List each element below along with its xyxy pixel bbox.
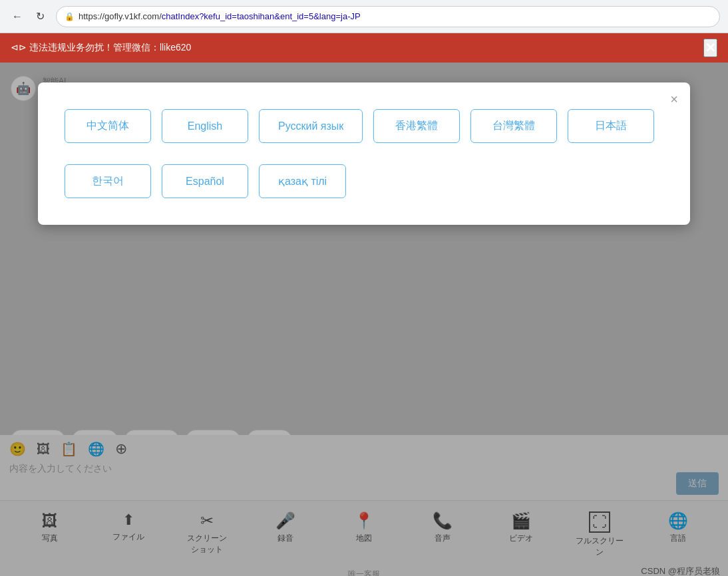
address-bar[interactable]: 🔒 https://gofly.v1kf.com/chatIndex?kefu_… bbox=[56, 6, 720, 27]
browser-chrome: ← ↻ 🔒 https://gofly.v1kf.com/chatIndex?k… bbox=[0, 0, 728, 33]
warning-close-button[interactable]: ✕ bbox=[703, 39, 717, 57]
lang-zh-cn[interactable]: 中文简体 bbox=[65, 109, 151, 143]
modal-close-button[interactable]: × bbox=[670, 92, 678, 107]
reload-button[interactable]: ↻ bbox=[31, 7, 49, 26]
lang-zh-tw[interactable]: 台灣繁體 bbox=[470, 109, 557, 143]
lang-ko[interactable]: 한국어 bbox=[65, 164, 151, 198]
modal-overlay: × 中文简体 English Русский язык 香港繁體 台灣繁體 日本… bbox=[0, 63, 728, 576]
warning-bar: ⊲⊳ 违法违规业务勿扰！管理微信：llike620 ✕ bbox=[0, 33, 728, 63]
warning-text: ⊲⊳ 违法违规业务勿扰！管理微信：llike620 bbox=[11, 42, 191, 54]
back-button[interactable]: ← bbox=[8, 7, 27, 26]
lang-en[interactable]: English bbox=[162, 109, 248, 143]
lang-ru[interactable]: Русский язык bbox=[259, 109, 363, 143]
lang-es[interactable]: Español bbox=[162, 164, 248, 198]
nav-buttons: ← ↻ bbox=[8, 7, 49, 26]
lang-ja[interactable]: 日本語 bbox=[568, 109, 654, 143]
chat-background: 🤖 智能AI 有任何疑问都可以加我的微信（llike620）交流一下哦 × 中文… bbox=[0, 63, 728, 576]
lang-zh-hk[interactable]: 香港繁體 bbox=[373, 109, 460, 143]
url-text: https://gofly.v1kf.com/chatIndex?kefu_id… bbox=[79, 11, 711, 21]
lang-kk[interactable]: қазақ тілі bbox=[259, 164, 346, 198]
url-prefix: https://gofly.v1kf.com/ bbox=[79, 11, 162, 21]
lock-icon: 🔒 bbox=[65, 12, 75, 21]
language-modal: × 中文简体 English Русский язык 香港繁體 台灣繁體 日本… bbox=[38, 82, 690, 225]
url-suffix: chatIndex?kefu_id=taoshihan&ent_id=5&lan… bbox=[162, 11, 361, 21]
language-grid: 中文简体 English Русский язык 香港繁體 台灣繁體 日本語 … bbox=[65, 109, 663, 198]
